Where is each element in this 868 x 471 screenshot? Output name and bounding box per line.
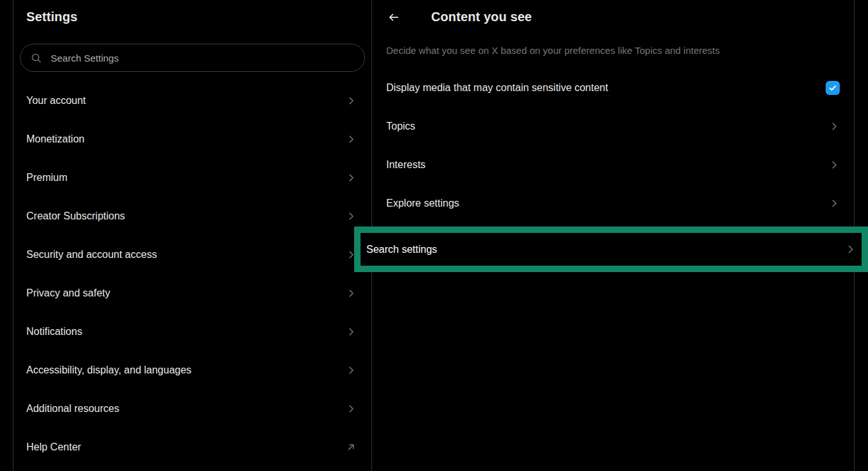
search-settings-row[interactable]: Search settings — [361, 233, 862, 266]
sidebar-item-your-account[interactable]: Your account — [13, 81, 371, 120]
settings-page-title: Settings — [26, 10, 78, 24]
back-button[interactable] — [382, 6, 405, 29]
sidebar-item-creator-subscriptions[interactable]: Creator Subscriptions — [13, 197, 371, 236]
content-header: Content you see — [372, 0, 854, 34]
left-gutter — [0, 0, 13, 471]
sidebar-item-notifications[interactable]: Notifications — [13, 313, 371, 351]
sidebar-header: Settings — [13, 0, 371, 34]
interests-row[interactable]: Interests — [372, 146, 854, 184]
settings-nav: Your account Monetization Premium Creato… — [13, 81, 371, 467]
chevron-right-icon — [345, 403, 357, 415]
search-wrap — [20, 44, 365, 72]
sidebar-item-privacy-safety[interactable]: Privacy and safety — [13, 274, 371, 313]
settings-sidebar: Settings Your account Monetization Premi… — [13, 0, 372, 471]
external-link-icon — [345, 441, 357, 453]
sidebar-item-accessibility-display-languages[interactable]: Accessibility, display, and languages — [13, 351, 371, 390]
sidebar-item-help-center[interactable]: Help Center — [13, 428, 371, 467]
explore-settings-row[interactable]: Explore settings — [372, 184, 854, 223]
settings-search-box[interactable] — [20, 44, 365, 72]
chevron-right-icon — [828, 159, 840, 171]
sensitive-content-checkbox[interactable] — [826, 81, 840, 95]
page-title: Content you see — [431, 10, 532, 24]
back-arrow-icon — [387, 11, 400, 24]
topics-row[interactable]: Topics — [372, 107, 854, 146]
chevron-right-icon — [828, 198, 840, 209]
sidebar-item-premium[interactable]: Premium — [13, 158, 371, 197]
chevron-right-icon — [345, 172, 357, 184]
settings-app: Settings Your account Monetization Premi… — [0, 0, 868, 471]
search-settings-input[interactable] — [49, 52, 354, 64]
search-icon — [31, 53, 42, 64]
chevron-right-icon — [345, 287, 357, 299]
sidebar-item-additional-resources[interactable]: Additional resources — [13, 390, 371, 428]
chevron-right-icon — [345, 133, 357, 145]
chevron-right-icon — [345, 326, 357, 338]
chevron-right-icon — [345, 364, 357, 376]
chevron-right-icon — [828, 121, 840, 132]
page-description: Decide what you see on X based on your p… — [372, 34, 854, 56]
check-icon — [828, 83, 837, 92]
chevron-right-icon — [345, 210, 357, 222]
annotation-highlight-box: Search settings — [354, 227, 868, 272]
chevron-right-icon — [345, 95, 357, 107]
chevron-right-icon — [844, 243, 856, 255]
sensitive-content-row[interactable]: Display media that may contain sensitive… — [372, 69, 854, 107]
sidebar-item-monetization[interactable]: Monetization — [13, 120, 371, 158]
sidebar-item-security-account-access[interactable]: Security and account access — [13, 236, 371, 274]
